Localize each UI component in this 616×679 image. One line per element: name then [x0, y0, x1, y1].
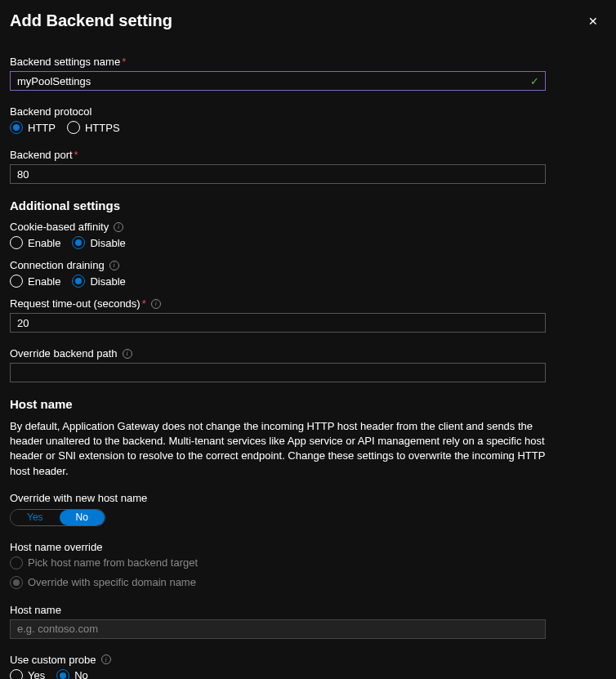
- cookie-disable-radio[interactable]: Disable: [72, 236, 125, 249]
- radio-icon: [72, 236, 85, 249]
- specific-domain-radio: Override with specific domain name: [10, 576, 606, 589]
- radio-icon: [10, 576, 23, 589]
- backend-port-input[interactable]: [10, 164, 546, 184]
- override-new-hostname-toggle[interactable]: Yes No: [10, 509, 105, 526]
- protocol-https-label: HTTPS: [85, 122, 120, 134]
- probe-yes-label: Yes: [28, 669, 45, 679]
- cookie-enable-radio[interactable]: Enable: [10, 236, 60, 249]
- override-no-option[interactable]: No: [60, 510, 105, 525]
- cookie-disable-label: Disable: [90, 237, 125, 249]
- custom-probe-field: Use custom probe i Yes No: [10, 654, 606, 679]
- cookie-affinity-field: Cookie-based affinity i Enable Disable: [10, 221, 606, 249]
- override-backend-path-label: Override backend path: [10, 347, 118, 360]
- radio-icon: [10, 236, 23, 249]
- request-timeout-input[interactable]: [10, 313, 546, 333]
- backend-protocol-label: Backend protocol: [10, 105, 92, 118]
- hostname-input-label: Host name: [10, 604, 61, 616]
- settings-name-input[interactable]: [10, 71, 546, 91]
- draining-enable-radio[interactable]: Enable: [10, 275, 60, 288]
- info-icon[interactable]: i: [109, 261, 119, 270]
- hostname-description: By default, Application Gateway does not…: [10, 419, 549, 479]
- radio-icon: [72, 275, 85, 288]
- backend-protocol-field: Backend protocol HTTP HTTPS: [10, 105, 606, 134]
- radio-icon: [10, 121, 23, 134]
- checkmark-icon: ✓: [530, 75, 539, 87]
- backend-port-field: Backend port *: [10, 149, 606, 184]
- radio-icon: [56, 669, 69, 679]
- specific-domain-label: Override with specific domain name: [28, 576, 196, 588]
- close-icon[interactable]: ✕: [585, 11, 601, 31]
- additional-settings-heading: Additional settings: [10, 199, 606, 212]
- draining-disable-label: Disable: [90, 275, 125, 288]
- required-marker: *: [74, 149, 78, 161]
- panel-header: Add Backend setting ✕: [0, 0, 616, 36]
- radio-icon: [67, 121, 80, 134]
- probe-no-radio[interactable]: No: [56, 669, 88, 679]
- draining-disable-radio[interactable]: Disable: [72, 275, 125, 288]
- pick-from-backend-label: Pick host name from backend target: [28, 556, 198, 569]
- cookie-affinity-label: Cookie-based affinity: [10, 221, 109, 233]
- settings-name-label: Backend settings name: [10, 56, 120, 68]
- probe-yes-radio[interactable]: Yes: [10, 669, 45, 679]
- protocol-http-label: HTTP: [28, 122, 56, 134]
- hostname-override-field: Host name override Pick host name from b…: [10, 541, 606, 589]
- required-marker: *: [122, 56, 126, 68]
- hostname-override-label: Host name override: [10, 541, 102, 553]
- pick-from-backend-radio: Pick host name from backend target: [10, 556, 606, 570]
- connection-draining-field: Connection draining i Enable Disable: [10, 259, 606, 288]
- override-new-hostname-field: Override with new host name Yes No: [10, 492, 606, 526]
- override-new-hostname-label: Override with new host name: [10, 492, 147, 504]
- request-timeout-field: Request time-out (seconds) * i: [10, 297, 606, 333]
- hostname-heading: Host name: [10, 397, 606, 411]
- protocol-https-radio[interactable]: HTTPS: [67, 121, 120, 134]
- cookie-enable-label: Enable: [28, 237, 60, 249]
- override-yes-option[interactable]: Yes: [11, 510, 60, 525]
- info-icon[interactable]: i: [114, 222, 123, 232]
- info-icon[interactable]: i: [101, 654, 111, 664]
- custom-probe-label: Use custom probe: [10, 654, 96, 666]
- draining-enable-label: Enable: [28, 275, 60, 288]
- probe-no-label: No: [74, 669, 88, 679]
- request-timeout-label: Request time-out (seconds): [10, 297, 141, 310]
- connection-draining-label: Connection draining: [10, 259, 105, 271]
- backend-port-label: Backend port: [10, 149, 73, 161]
- panel-content: Backend settings name * ✓ Backend protoc…: [0, 36, 616, 679]
- settings-name-field: Backend settings name * ✓: [10, 56, 606, 91]
- info-icon[interactable]: i: [151, 299, 161, 309]
- override-backend-path-input[interactable]: [10, 363, 546, 382]
- panel-title: Add Backend setting: [10, 11, 172, 30]
- radio-icon: [10, 669, 23, 679]
- info-icon[interactable]: i: [123, 349, 132, 359]
- required-marker: *: [142, 297, 146, 310]
- radio-icon: [10, 275, 23, 288]
- protocol-http-radio[interactable]: HTTP: [10, 121, 56, 134]
- override-backend-path-field: Override backend path i: [10, 347, 606, 382]
- radio-icon: [10, 556, 23, 570]
- hostname-input: [10, 619, 546, 639]
- hostname-input-field: Host name: [10, 604, 606, 639]
